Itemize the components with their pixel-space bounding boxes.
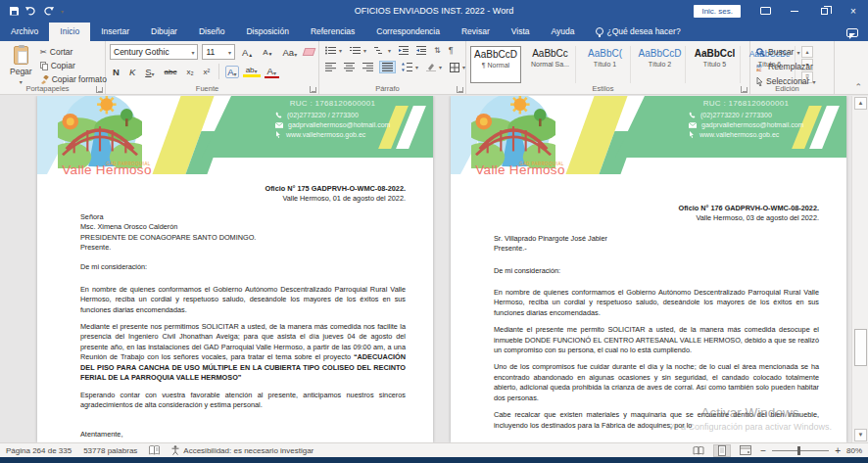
zoom-out-icon[interactable]: −	[760, 445, 766, 456]
borders-button[interactable]: ▾	[448, 62, 467, 73]
comments-icon[interactable]	[846, 23, 868, 41]
ruc-line: RUC : 1768120600001	[651, 99, 841, 108]
style-normal-sa[interactable]: AaBbCc Normal Sa...	[525, 46, 576, 83]
tab-diseno[interactable]: Diseño	[188, 23, 235, 41]
font-family-combo[interactable]: Century Gothic▾	[110, 44, 198, 60]
restore-button[interactable]	[809, 0, 839, 22]
web-layout-icon[interactable]	[737, 444, 754, 457]
tab-revisar[interactable]: Revisar	[451, 23, 501, 41]
style-titulo-2[interactable]: AaBbCcD Título 2	[635, 46, 686, 83]
clear-formatting-icon[interactable]	[303, 48, 315, 56]
shrink-font-button[interactable]: A▼	[260, 48, 275, 57]
tab-dibujar[interactable]: Dibujar	[140, 23, 188, 41]
document-canvas[interactable]: RUC : 1768120600001 (02)2773220 / 277330…	[0, 96, 868, 442]
paste-button[interactable]: Pegar ▾	[4, 44, 38, 87]
dialog-launcher-icon[interactable]	[96, 86, 103, 93]
increase-indent-icon[interactable]	[414, 45, 428, 56]
shading-button[interactable]: ▾	[424, 62, 444, 72]
zoom-slider[interactable]	[772, 450, 829, 451]
align-right-icon[interactable]	[361, 62, 375, 72]
accessibility-status[interactable]: Accesibilidad: es necesario investigar	[171, 445, 313, 455]
style-titulo-5[interactable]: AaBbCcl Título 5	[690, 46, 741, 83]
zoom-in-icon[interactable]: +	[835, 445, 841, 456]
group-styles: AaBbCcD ¶ Normal AaBbCc Normal Sa... AaB…	[466, 41, 750, 94]
font-size-combo[interactable]: 11▾	[202, 44, 235, 60]
cut-button[interactable]: ✂Cortar	[38, 46, 109, 58]
tab-correspondencia[interactable]: Correspondencia	[365, 23, 451, 41]
read-mode-icon[interactable]	[690, 444, 707, 457]
font-color-button[interactable]: A▾	[265, 66, 279, 78]
letter-body[interactable]: Oficio N° 175 GADPRVH-O-WMC-08-2022. Val…	[37, 184, 433, 440]
style-titulo-1[interactable]: AaBbC( Título 1	[580, 46, 631, 83]
redo-icon[interactable]	[43, 6, 54, 16]
text-effects-button[interactable]: A▾	[225, 66, 238, 78]
sign-in-button[interactable]: Inic. ses.	[694, 5, 741, 18]
display-settings-icon[interactable]	[750, 0, 780, 22]
page-left[interactable]: RUC : 1768120600001 (02)2773220 / 277330…	[37, 96, 433, 442]
bullets-button[interactable]: ▾	[323, 45, 344, 56]
tab-inicio[interactable]: Inicio	[49, 23, 90, 41]
zoom-slider-thumb[interactable]	[797, 446, 800, 455]
underline-button[interactable]: S▾	[142, 67, 157, 77]
bold-button[interactable]: N	[110, 67, 122, 77]
tab-disposicion[interactable]: Disposición	[235, 23, 299, 41]
copy-button[interactable]: Copiar	[38, 60, 109, 71]
word-count[interactable]: 53778 palabras	[83, 446, 137, 455]
copy-icon	[40, 62, 48, 70]
dialog-launcher-icon[interactable]	[457, 86, 463, 93]
page-count[interactable]: Página 264 de 335	[6, 446, 72, 455]
tab-ayuda[interactable]: Ayuda	[541, 23, 586, 41]
vertical-scrollbar[interactable]: ▲ ▼	[851, 96, 868, 442]
change-case-button[interactable]: Aa▾	[280, 47, 301, 58]
italic-button[interactable]: K	[126, 67, 138, 77]
decrease-indent-icon[interactable]	[397, 45, 410, 56]
highlight-color-button[interactable]: ab▾	[243, 66, 261, 77]
scroll-down-icon[interactable]: ▼	[854, 429, 867, 441]
zoom-level[interactable]: 80%	[846, 446, 862, 455]
justify-icon[interactable]	[379, 61, 396, 73]
closing-line: Atentamente,	[80, 430, 406, 440]
letterhead-contact: RUC : 1768120600001 (02)2773220 / 277330…	[651, 99, 841, 138]
replace-button[interactable]: abac Reemplazar	[754, 61, 817, 72]
close-button[interactable]: ×	[839, 0, 868, 22]
numbering-button[interactable]: ▾	[348, 45, 368, 56]
group-font: Century Gothic▾ 11▾ A▲ A▼ Aa▾ N K S▾ abc…	[106, 41, 319, 94]
paragraph: Esperando contar con vuestra favorable a…	[80, 391, 406, 411]
page-right[interactable]: RUC : 1768120600001 (02)2773220 / 277330…	[451, 96, 846, 442]
group-editing: Buscar▾ abac Reemplazar Seleccionar▾ Edi…	[750, 41, 835, 94]
style-normal[interactable]: AaBbCcD ¶ Normal	[470, 46, 521, 83]
save-icon[interactable]	[10, 7, 19, 16]
dialog-launcher-icon[interactable]	[310, 86, 316, 93]
tab-insertar[interactable]: Insertar	[90, 23, 140, 41]
dialog-launcher-icon[interactable]	[741, 86, 747, 93]
strikethrough-button[interactable]: abc	[162, 68, 180, 76]
customize-toolbar-icon[interactable]: ▾	[61, 8, 64, 15]
tab-referencias[interactable]: Referencias	[300, 23, 365, 41]
find-button[interactable]: Buscar▾	[754, 46, 817, 58]
align-left-icon[interactable]	[323, 62, 338, 72]
scrollbar-thumb[interactable]	[854, 329, 867, 366]
line-spacing-button[interactable]: ▾	[400, 62, 420, 72]
align-center-icon[interactable]	[342, 62, 357, 72]
multilevel-list-button[interactable]: ▾	[372, 45, 393, 56]
tell-me-box[interactable]: ¿Qué desea hacer?	[586, 23, 691, 41]
minimize-button[interactable]	[780, 0, 809, 22]
print-layout-icon[interactable]	[713, 444, 731, 457]
undo-icon[interactable]	[25, 6, 36, 16]
paragraph-marks-icon[interactable]: ¶	[447, 44, 456, 56]
letter-body[interactable]: Oficio N° 176 GADPRVH-O-WMC-08-2022. Val…	[451, 204, 846, 431]
proofing-icon[interactable]	[149, 445, 160, 455]
search-icon	[756, 48, 765, 57]
tab-vista[interactable]: Vista	[501, 23, 541, 41]
grow-font-button[interactable]: A▲	[239, 47, 256, 58]
tell-me-label: ¿Qué desea hacer?	[607, 26, 681, 36]
paragraph: Mediante el presente me permito SOLICITA…	[494, 325, 819, 355]
date-line: Valle Hermoso, 01 de agosto del 2022.	[80, 194, 406, 204]
superscript-button[interactable]: x²	[201, 68, 214, 76]
tab-archivo[interactable]: Archivo	[0, 23, 49, 41]
subscript-button[interactable]: x₂	[183, 68, 196, 76]
collapse-ribbon-icon[interactable]: ⌃	[854, 82, 862, 92]
scroll-up-icon[interactable]: ▲	[854, 97, 867, 110]
recipient-line: Señora	[80, 212, 406, 222]
sort-icon[interactable]: ⇅	[432, 45, 443, 56]
